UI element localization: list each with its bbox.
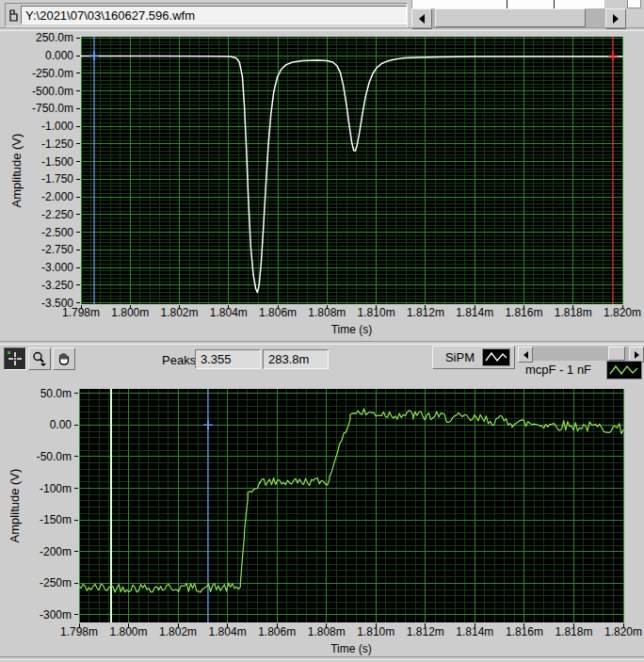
x-tick-label: 1.814m [456,306,493,319]
x-axis-title: Time (s) [330,642,372,655]
x-tick-label: 1.816m [505,306,542,319]
y-tick-label: -1.750 [41,172,73,186]
y-tick-label: -2.000 [41,190,73,203]
x-tick-label: 1.806m [258,625,296,638]
x-tick-label: 1.808m [308,625,346,638]
y-tick-label: -750.0m [32,102,73,115]
x-tick-label: 1.814m [456,625,493,638]
sipm-plot-icon [482,348,510,366]
y-tick-label: -1.000 [41,120,73,133]
peak-value-2-field[interactable]: 283.8m [263,349,329,369]
top-waveform-graph[interactable]: 1.798m1.800m1.802m1.804m1.806m1.808m1.81… [0,29,644,340]
x-tick-label: 1.800m [111,306,149,319]
x-tick-label: 1.800m [110,625,148,638]
y-tick-label: 0.00 [50,418,72,431]
cursor-tool-button[interactable] [4,347,26,370]
x-axis-title: Time (s) [331,323,373,336]
magnifier-icon [31,350,48,367]
pan-tool-button[interactable] [53,347,75,370]
y-tick-label: -3.000 [41,261,73,274]
x-tick-label: 1.804m [209,625,247,638]
y-tick-label: -50.0m [37,450,72,463]
x-tick-label: 1.802m [161,306,199,319]
x-tick-label: 1.804m [210,306,248,319]
y-tick-label: -1.250 [41,137,73,151]
y-axis-title: Amplitude (V) [9,134,24,208]
file-path-value: Y:\2021\07\03\160627.596.wfm [25,8,195,23]
corner-box [627,0,641,8]
y-tick-label: 250.0m [36,31,73,44]
y-tick-label: -500.0m [32,85,73,98]
legend-scrollbar-left-arrow-icon[interactable] [518,347,533,363]
x-tick-label: 1.820m [604,306,641,319]
x-tick-label: 1.820m [604,625,642,638]
y-axis-title: Amplitude (V) [8,469,22,543]
legend-sipm[interactable]: SiPM [432,346,515,369]
x-tick-label: 1.810m [358,306,395,319]
separator [0,656,644,660]
x-tick-label: 1.808m [308,306,346,319]
legend-mcp-label[interactable]: mcpF - 1 nF [525,363,591,377]
top-scrollbar[interactable] [411,8,626,27]
file-path-control[interactable]: Y:\2021\07\03\160627.596.wfm [5,3,408,27]
top-scrollbar-track[interactable] [432,8,605,27]
x-tick-label: 1.818m [555,625,592,638]
y-tick-label: -250m [40,576,72,589]
y-tick-label: -2.750 [41,243,73,256]
peak-value-1: 3.355 [201,352,232,366]
x-tick-label: 1.818m [555,306,592,319]
peak-value-2: 283.8m [268,352,309,366]
scrollbar-right-arrow-icon[interactable] [605,8,626,29]
separator [0,341,644,345]
legend-scrollbar[interactable] [518,347,644,361]
x-tick-label: 1.812m [407,625,444,638]
bottom-waveform-graph[interactable]: 1.798m1.800m1.802m1.804m1.806m1.808m1.81… [0,381,644,662]
y-tick-label: -250.0m [32,67,73,80]
y-tick-label: -3.500 [41,297,73,310]
y-tick-label: -2.250 [41,208,73,221]
mcp-plot-icon[interactable] [606,361,642,379]
legend-scrollbar-thumb[interactable] [608,347,625,361]
hidden-control-strip [411,0,604,8]
path-type-icon [6,5,21,25]
y-tick-label: -3.250 [41,279,73,292]
y-tick-label: -100m [40,482,72,495]
x-tick-label: 1.816m [506,625,543,638]
legend-sipm-label: SiPM [445,350,475,364]
y-tick-label: -200m [40,545,72,558]
y-tick-label: -1.500 [41,155,73,169]
y-tick-label: -2.500 [41,226,73,239]
y-tick-label: -150m [40,513,72,526]
peak-value-1-field[interactable]: 3.355 [195,349,261,369]
x-tick-label: 1.802m [159,625,197,638]
x-tick-label: 1.810m [357,625,394,638]
y-tick-label: -300m [40,608,72,622]
hand-icon [56,350,72,367]
y-tick-label: 50.0m [40,387,72,400]
graph-palette [4,347,75,370]
scrollbar-left-arrow-icon[interactable] [411,8,432,29]
zoom-tool-button[interactable] [28,347,51,370]
x-tick-label: 1.806m [259,306,297,319]
top-scrollbar-thumb[interactable] [435,8,586,27]
peaks-label: Peaks [162,353,196,367]
x-tick-label: 1.798m [60,625,98,638]
x-tick-label: 1.812m [407,306,444,319]
file-path-field[interactable]: Y:\2021\07\03\160627.596.wfm [21,6,407,24]
y-tick-label: 0.000 [45,49,73,62]
crosshair-icon [7,350,24,367]
legend-scrollbar-track[interactable] [533,347,629,361]
